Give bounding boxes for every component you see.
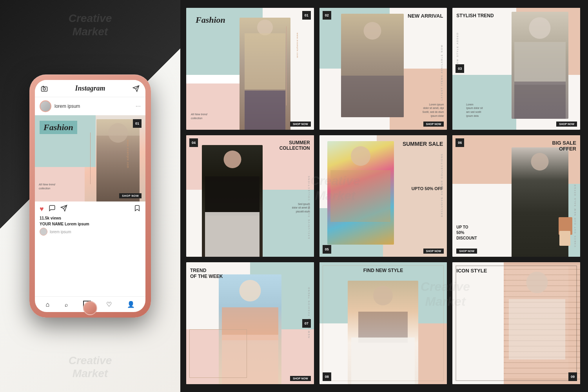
card-06-shop-btn[interactable]: SHOP NOW [456, 249, 477, 254]
more-icon: ··· [136, 103, 141, 110]
nav-home-icon[interactable]: ⌂ [45, 301, 49, 308]
card-06-discount: UP TO50%DISCOUNT [456, 225, 477, 241]
card-08-inner: FIND NEW STYLE 08 [319, 262, 447, 384]
card-07-shop-btn[interactable]: SHOP NOW [290, 376, 311, 381]
post-actions: ♥ [35, 201, 145, 215]
card-07-vertical: NEW STYLE FASHION TREND [308, 287, 310, 338]
card-02: 02 NEW ARRIVAL LATEST ITEMS AVAILABLE NO… [319, 8, 447, 130]
phone-screen: Instagram lorem ipsum ··· [35, 80, 145, 312]
insta-icons [132, 85, 140, 93]
post-image: Fashion 01 www.example.com All New trend… [35, 115, 145, 201]
card-01-title: Fashion [196, 15, 225, 25]
card-02-vertical: LATEST ITEMS AVAILABLE NOW [441, 44, 443, 100]
views-count: 11.5k views [35, 215, 145, 221]
card-08-number: 08 [323, 372, 331, 381]
card-03-number: 03 [456, 64, 464, 73]
post-fashion-label: Fashion [40, 121, 77, 134]
card-09: ICON STYLE 09 [452, 262, 580, 384]
card-04-body: Sed ipsumdolor sit amet dipiscelit eium [292, 202, 310, 214]
fashion-text: Fashion [44, 122, 73, 132]
card-01-caption: All New trendcollection [191, 113, 207, 120]
card-02-figure [341, 14, 404, 117]
card-04-number: 04 [189, 138, 198, 147]
left-panel: Creative Market Creative Market Instagra… [0, 0, 180, 392]
bookmark-icon[interactable] [134, 205, 141, 214]
card-01-fashion-label: Fashion [192, 13, 229, 27]
instagram-logo: Instagram [75, 84, 105, 93]
camera-icon [40, 85, 48, 93]
card-03-body: LoremIpsum dolor sitam sed scelitipsum d… [466, 103, 483, 118]
card-08-figure [348, 281, 418, 384]
caption-body: Lorem ipsum [65, 222, 89, 226]
card-09-figure [506, 266, 568, 376]
like-icon[interactable]: ♥ [40, 205, 44, 213]
card-05-shop-btn[interactable]: SHOP NOW [423, 249, 444, 254]
card-04-inner: 04 SUMMERCOLLECTION Sed ipsumdolor sit a… [186, 135, 314, 257]
your-name: YOUR NAME [40, 222, 64, 226]
nav-heart-icon[interactable]: ♡ [106, 301, 112, 308]
card-03: STYLISH TREND 03 NEW STYLE ADDED LoremIp… [452, 8, 580, 130]
caption: YOUR NAME Lorem ipsum [35, 221, 145, 227]
card-05-inner: SUMMER SALE UPTO 50% OFF SHOP NOW 05 EXC… [319, 135, 447, 257]
card-03-figure [512, 12, 568, 119]
card-05-number: 05 [323, 245, 331, 254]
card-01-shop-btn[interactable]: SHOP NOW [290, 122, 311, 127]
commenter-name: lorem ipsum [50, 230, 71, 234]
card-06: 06 BIG SALEOFFER UP TO50%DISCOUNT SHOP N… [452, 135, 580, 257]
card-01-website: www.example.com [296, 33, 298, 58]
card-07: TRENDOF THE WEEK 07 NEW STYLE FASHION TR… [186, 262, 314, 384]
share-icon[interactable] [60, 205, 67, 214]
commenter-avatar [40, 228, 47, 236]
card-05: SUMMER SALE UPTO 50% OFF SHOP NOW 05 EXC… [319, 135, 447, 257]
card-02-number: 02 [323, 11, 331, 20]
card-09-inner: ICON STYLE 09 [452, 262, 580, 384]
card-07-inner: TRENDOF THE WEEK 07 NEW STYLE FASHION TR… [186, 262, 314, 384]
nav-profile-icon[interactable]: 👤 [127, 301, 135, 308]
nav-search-icon[interactable]: ⌕ [65, 301, 68, 308]
post-caption: All New trendcollection [39, 183, 55, 191]
phone-mockup: Instagram lorem ipsum ··· [29, 74, 151, 318]
card-02-shop-btn[interactable]: SHOP NOW [423, 122, 444, 127]
card-05-title: SUMMER SALE [403, 141, 443, 147]
post-shop-btn-display[interactable]: SHOP NOW [119, 193, 142, 198]
avatar [40, 100, 51, 112]
watermark-bottom: Creative Market [69, 354, 112, 380]
card-07-title: TRENDOF THE WEEK [190, 268, 223, 279]
card-09-title: ICON STYLE [456, 268, 487, 274]
instagram-header: Instagram [35, 80, 145, 97]
card-01-inner: Fashion 01 www.example.com All New trend… [186, 8, 314, 130]
card-08: FIND NEW STYLE 08 [319, 262, 447, 384]
username: lorem ipsum [54, 103, 132, 109]
card-03-shop-btn[interactable]: SHOP NOW [556, 122, 577, 127]
post-website: www.example.com [127, 140, 129, 168]
card-06-number: 06 [456, 138, 464, 147]
card-06-title: BIG SALEOFFER [552, 140, 576, 152]
card-02-body: Lorem ipsumdolor sit amet, dipiScelit, s… [422, 103, 444, 118]
card-02-inner: 02 NEW ARRIVAL LATEST ITEMS AVAILABLE NO… [319, 8, 447, 130]
card-01: Fashion 01 www.example.com All New trend… [186, 8, 314, 130]
card-04-vertical: EXCLUSIVE SUMMER COLLECTIONS [308, 175, 310, 239]
comment-icon[interactable] [49, 205, 56, 214]
card-04-figure [202, 145, 263, 257]
card-03-inner: STYLISH TREND 03 NEW STYLE ADDED LoremIp… [452, 8, 580, 130]
card-07-number: 07 [302, 319, 311, 328]
comment-row: lorem ipsum [35, 227, 145, 236]
card-02-title: NEW ARRIVAL [408, 13, 443, 19]
send-icon [132, 85, 140, 93]
card-01-figure [240, 18, 290, 130]
right-panel: CreativeMarket CreativeMarket Fashion 01 [180, 0, 588, 392]
svg-point-1 [43, 87, 45, 90]
card-08-title: FIND NEW STYLE [363, 268, 403, 273]
card-05-figure [327, 141, 394, 245]
card-03-vertical: NEW STYLE ADDED [456, 32, 459, 66]
user-row: lorem ipsum ··· [35, 97, 145, 115]
card-05-discount: UPTO 50% OFF [412, 186, 443, 191]
card-06-inner: 06 BIG SALEOFFER UP TO50%DISCOUNT SHOP N… [452, 135, 580, 257]
phone-home-button[interactable] [83, 301, 97, 315]
card-03-title: STYLISH TREND [456, 13, 494, 18]
card-01-number: 01 [302, 11, 311, 20]
card-04: 04 SUMMERCOLLECTION Sed ipsumdolor sit a… [186, 135, 314, 257]
card-04-title: SUMMERCOLLECTION [279, 140, 310, 151]
post-number-badge: 01 [133, 119, 142, 128]
card-09-number: 09 [568, 372, 577, 381]
